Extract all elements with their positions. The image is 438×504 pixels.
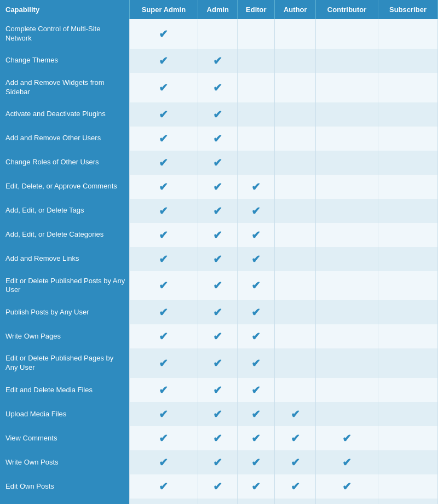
cell-contributor <box>316 271 378 301</box>
table-row: Upload Media Files✔✔✔✔ <box>0 402 438 426</box>
checkmark-icon: ✔ <box>213 253 222 266</box>
cell-admin: ✔ <box>198 378 238 402</box>
cell-subscriber <box>378 348 437 378</box>
cell-superAdmin: ✔ <box>129 102 198 127</box>
table-row: Change Themes✔✔ <box>0 49 438 73</box>
capability-label: Edit or Delete Published Posts by Any Us… <box>0 271 129 301</box>
checkmark-icon: ✔ <box>213 330 222 343</box>
cell-author <box>275 378 316 402</box>
checkmark-icon: ✔ <box>251 253 261 266</box>
checkmark-icon: ✔ <box>159 480 168 493</box>
checkmark-icon: ✔ <box>213 81 222 94</box>
checkmark-icon: ✔ <box>251 456 261 469</box>
cell-author <box>275 348 316 378</box>
cell-subscriber <box>378 474 437 499</box>
checkmark-icon: ✔ <box>159 357 168 370</box>
checkmark-icon: ✔ <box>213 180 222 193</box>
capability-label: Complete Control of Multi-Site Network <box>0 19 129 49</box>
cell-superAdmin: ✔ <box>129 324 198 348</box>
cell-subscriber <box>378 247 437 271</box>
cell-admin: ✔ <box>198 271 238 301</box>
checkmark-icon: ✔ <box>213 480 222 493</box>
cell-author: ✔ <box>275 474 316 499</box>
cell-subscriber <box>378 426 437 450</box>
checkmark-icon: ✔ <box>213 432 222 445</box>
capability-label: Edit and Delete Media Files <box>0 378 129 402</box>
cell-admin: ✔ <box>198 348 238 378</box>
cell-contributor <box>316 348 378 378</box>
cell-author <box>275 300 316 324</box>
cell-admin: ✔ <box>198 499 238 504</box>
cell-author: ✔ <box>275 450 316 474</box>
header-contributor: Contributor <box>316 0 378 19</box>
checkmark-icon: ✔ <box>213 228 222 242</box>
cell-editor: ✔ <box>238 324 275 348</box>
cell-contributor <box>316 324 378 348</box>
cell-contributor: ✔ <box>316 426 378 450</box>
cell-editor <box>238 102 275 127</box>
cell-superAdmin: ✔ <box>129 127 198 151</box>
capability-label: Edit, Delete, or Approve Comments <box>0 175 129 199</box>
cell-author <box>275 73 316 102</box>
table-row: View Comments✔✔✔✔✔ <box>0 426 438 450</box>
cell-editor: ✔ <box>238 378 275 402</box>
cell-editor <box>238 151 275 175</box>
checkmark-icon: ✔ <box>159 156 168 169</box>
capability-label: Edit Own Profile <box>0 499 129 504</box>
table-row: Write Own Pages✔✔✔ <box>0 324 438 348</box>
cell-editor: ✔ <box>238 499 275 504</box>
capability-label: Change Roles of Other Users <box>0 151 129 175</box>
header-capability: Capability <box>0 0 129 19</box>
table-row: Activate and Deactivate Plugins✔✔ <box>0 102 438 127</box>
cell-superAdmin: ✔ <box>129 151 198 175</box>
checkmark-icon: ✔ <box>213 204 222 217</box>
checkmark-icon: ✔ <box>251 180 261 193</box>
checkmark-icon: ✔ <box>251 408 261 421</box>
cell-superAdmin: ✔ <box>129 73 198 102</box>
cell-editor <box>238 127 275 151</box>
cell-editor: ✔ <box>238 450 275 474</box>
checkmark-icon: ✔ <box>251 330 261 343</box>
checkmark-icon: ✔ <box>213 279 222 292</box>
checkmark-icon: ✔ <box>159 132 168 145</box>
cell-subscriber <box>378 127 437 151</box>
cell-superAdmin: ✔ <box>129 348 198 378</box>
cell-contributor: ✔ <box>316 474 378 499</box>
cell-admin: ✔ <box>198 474 238 499</box>
checkmark-icon: ✔ <box>159 330 168 343</box>
table-row: Edit and Delete Media Files✔✔✔ <box>0 378 438 402</box>
checkmark-icon: ✔ <box>342 456 351 469</box>
capability-label: Add, Edit, or Delete Tags <box>0 199 129 223</box>
header-subscriber: Subscriber <box>378 0 437 19</box>
cell-subscriber <box>378 450 437 474</box>
table-row: Write Own Posts✔✔✔✔✔ <box>0 450 438 474</box>
cell-admin: ✔ <box>198 324 238 348</box>
cell-admin: ✔ <box>198 102 238 127</box>
cell-superAdmin: ✔ <box>129 426 198 450</box>
cell-contributor <box>316 247 378 271</box>
cell-admin: ✔ <box>198 151 238 175</box>
checkmark-icon: ✔ <box>213 132 222 145</box>
cell-admin: ✔ <box>198 247 238 271</box>
table-row: Edit Own Posts✔✔✔✔✔ <box>0 474 438 499</box>
table-row: Add and Remove Links✔✔✔ <box>0 247 438 271</box>
cell-subscriber: ✔ <box>378 499 437 504</box>
cell-superAdmin: ✔ <box>129 271 198 301</box>
table-row: Add and Remove Other Users✔✔ <box>0 127 438 151</box>
cell-subscriber <box>378 223 437 247</box>
cell-editor: ✔ <box>238 474 275 499</box>
cell-editor: ✔ <box>238 348 275 378</box>
cell-author <box>275 49 316 73</box>
checkmark-icon: ✔ <box>159 306 168 319</box>
cell-superAdmin: ✔ <box>129 175 198 199</box>
checkmark-icon: ✔ <box>213 306 222 319</box>
cell-admin: ✔ <box>198 127 238 151</box>
checkmark-icon: ✔ <box>213 383 222 397</box>
cell-author: ✔ <box>275 499 316 504</box>
table-row: Publish Posts by Any User✔✔✔ <box>0 300 438 324</box>
capabilities-table: Capability Super Admin Admin Editor Auth… <box>0 0 438 504</box>
capability-label: Write Own Pages <box>0 324 129 348</box>
cell-contributor <box>316 199 378 223</box>
checkmark-icon: ✔ <box>159 108 168 121</box>
cell-author: ✔ <box>275 402 316 426</box>
